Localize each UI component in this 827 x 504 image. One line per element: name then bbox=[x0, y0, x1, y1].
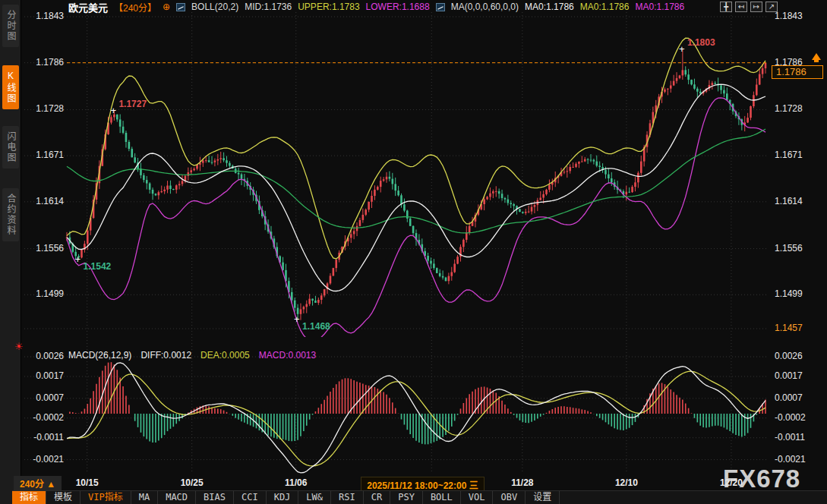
ma-indicator-icon[interactable] bbox=[436, 3, 445, 11]
ma0-value-1: MA0:1.1786 bbox=[525, 2, 574, 12]
toolbar-item-KDJ[interactable]: KDJ bbox=[267, 491, 299, 504]
export-icon[interactable]: ↗ bbox=[765, 2, 778, 12]
boll-upper-value: UPPER:1.1783 bbox=[298, 2, 359, 12]
symbol-name: 欧元美元 bbox=[68, 0, 108, 14]
trading-terminal: 欧元美元 【240分】 ⊕ BOLL(20,2) MID:1.1736 UPPE… bbox=[0, 0, 827, 504]
toolbar-item-MACD[interactable]: MACD bbox=[158, 491, 196, 504]
fx678-watermark: FX678 bbox=[723, 465, 800, 493]
pan-left-icon[interactable]: ↤ bbox=[735, 2, 747, 12]
toolbar-item-设置[interactable]: 设置 bbox=[526, 491, 560, 504]
interval-selector[interactable]: 240分 ▲ bbox=[14, 476, 62, 490]
price-chart-canvas[interactable] bbox=[0, 0, 827, 504]
pan-right-icon[interactable]: ↦ bbox=[750, 2, 762, 12]
toolbar-item-RSI[interactable]: RSI bbox=[331, 491, 364, 504]
toolbar-item-CCI[interactable]: CCI bbox=[234, 491, 267, 504]
toolbar-item-BIAS[interactable]: BIAS bbox=[196, 491, 234, 504]
boll-mid-value: MID:1.1736 bbox=[245, 2, 292, 12]
toolbar-item-PSY[interactable]: PSY bbox=[390, 491, 423, 504]
boll-params: BOLL(20,2) bbox=[191, 2, 238, 12]
toolbar-item-VIP指标[interactable]: VIP指标 bbox=[80, 491, 131, 504]
add-indicator-icon[interactable]: ⊕ bbox=[163, 2, 170, 12]
boll-lower-value: LOWER:1.1688 bbox=[366, 2, 430, 12]
toolbar-item-指标[interactable]: 指标 bbox=[12, 491, 46, 504]
price-up-arrow-icon bbox=[812, 53, 821, 60]
macd-params: MACD(26,12,9) bbox=[68, 350, 131, 361]
sidebar-tab-3[interactable]: 闪电图 bbox=[2, 126, 19, 169]
ma0-value-2: MA0:1.1786 bbox=[580, 2, 630, 12]
alert-sun-icon[interactable]: ☀ bbox=[14, 341, 24, 352]
chart-type-sidebar: 分时图K线图闪电图合约资料 bbox=[0, 0, 21, 504]
macd-dea-value: DEA:0.0005 bbox=[200, 350, 250, 361]
sidebar-tab-1[interactable]: 分时图 bbox=[2, 5, 19, 47]
toolbar-item-CR[interactable]: CR bbox=[364, 491, 390, 504]
period-label[interactable]: 【240分】 bbox=[114, 1, 156, 14]
sidebar-tab-4[interactable]: 合约资料 bbox=[2, 188, 19, 241]
toolbar-item-LW&[interactable]: LW& bbox=[298, 491, 331, 504]
boll-indicator-icon[interactable] bbox=[176, 3, 185, 11]
toolbar-item-VOL[interactable]: VOL bbox=[461, 491, 494, 504]
toolbar-item-MA[interactable]: MA bbox=[131, 491, 158, 504]
macd-diff-value: DIFF:0.0012 bbox=[140, 350, 191, 361]
indicator-toolbar: 指标模板VIP指标MAMACDBIASCCIKDJLW&RSICRPSYBOLL… bbox=[12, 490, 827, 504]
ma0-value-3: MA0:1.1786 bbox=[635, 2, 684, 12]
ma-params: MA(0,0,0,60,0,0) bbox=[451, 2, 519, 12]
toolbar-item-BOLL[interactable]: BOLL bbox=[423, 491, 461, 504]
chart-tool-buttons: ╋↤↦↗ bbox=[720, 2, 778, 12]
macd-header: MACD(26,12,9) DIFF:0.0012 DEA:0.0005 MAC… bbox=[68, 350, 316, 361]
crosshair-icon[interactable]: ╋ bbox=[720, 2, 732, 12]
toolbar-item-模板[interactable]: 模板 bbox=[46, 491, 80, 504]
indicator-header-bar: 欧元美元 【240分】 ⊕ BOLL(20,2) MID:1.1736 UPPE… bbox=[68, 1, 684, 13]
macd-macd-value: MACD:0.0013 bbox=[259, 350, 316, 361]
current-price-badge: 1.1786 bbox=[772, 65, 823, 79]
toolbar-item-OBV[interactable]: OBV bbox=[493, 491, 526, 504]
sidebar-tab-2[interactable]: K线图 bbox=[2, 65, 19, 109]
